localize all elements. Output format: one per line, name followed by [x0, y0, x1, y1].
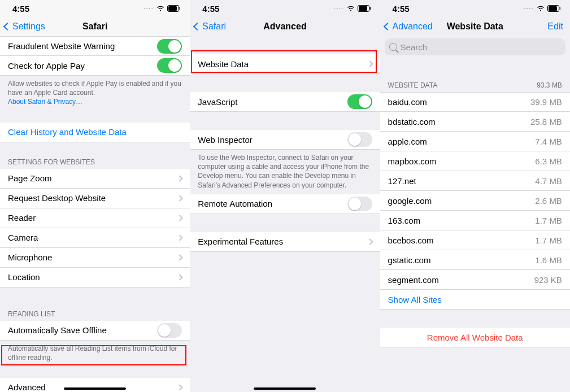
row-label: Website Data [198, 59, 363, 69]
site-name: segment.com [388, 275, 530, 285]
site-name: gstatic.com [388, 255, 531, 265]
row-request-desktop[interactable]: Request Desktop Website [0, 189, 190, 208]
search-input[interactable]: Search [385, 38, 565, 55]
row-auto-save-offline[interactable]: Automatically Save Offline [0, 321, 190, 341]
site-row[interactable]: apple.com7.4 MB [380, 132, 570, 151]
status-bar: 4:55 .... [190, 0, 380, 17]
row-label: Experimental Features [198, 237, 363, 246]
site-name: 163.com [388, 216, 531, 225]
site-size: 25.8 MB [530, 117, 562, 127]
status-time: 4:55 [202, 4, 219, 14]
search-icon [389, 43, 397, 51]
site-row[interactable]: segment.com923 KB [380, 270, 570, 290]
screen-safari-settings: 4:55 .... Settings Safari Fraudulent Web… [0, 0, 190, 392]
chevron-right-icon [177, 384, 183, 390]
site-size: 923 KB [534, 275, 562, 285]
row-label: Clear History and Website Data [8, 127, 182, 137]
svg-rect-1 [168, 6, 177, 11]
row-label: Location [8, 272, 173, 282]
nav-bar: Safari Advanced [190, 17, 380, 36]
row-javascript[interactable]: JavaScript [190, 92, 380, 112]
row-web-inspector[interactable]: Web Inspector [190, 130, 380, 150]
status-icons: .... [333, 5, 371, 12]
site-row[interactable]: 163.com1.7 MB [380, 211, 570, 230]
row-remove-all[interactable]: Remove All Website Data [380, 328, 570, 347]
row-clear-history[interactable]: Clear History and Website Data [0, 123, 190, 142]
chevron-right-icon [177, 274, 183, 280]
row-check-applepay[interactable]: Check for Apple Pay [0, 56, 190, 76]
row-page-zoom[interactable]: Page Zoom [0, 169, 190, 189]
svg-rect-2 [180, 7, 181, 10]
chevron-left-icon [385, 21, 391, 32]
page-title: Website Data [447, 21, 503, 32]
row-location[interactable]: Location [0, 268, 190, 288]
site-row[interactable]: baidu.com39.9 MB [380, 92, 570, 112]
site-row[interactable]: bdstatic.com25.8 MB [380, 112, 570, 132]
header-settings-websites: SETTINGS FOR WEBSITES [0, 154, 190, 169]
toggle-applepay[interactable] [157, 58, 182, 73]
row-microphone[interactable]: Microphone [0, 248, 190, 268]
chevron-right-icon [367, 60, 373, 67]
site-row[interactable]: bcebos.com1.7 MB [380, 230, 570, 250]
toggle-fraudulent[interactable] [157, 39, 182, 54]
chevron-left-icon [5, 21, 11, 32]
chevron-right-icon [367, 238, 373, 245]
site-size: 2.6 MB [535, 196, 562, 206]
battery-icon [358, 5, 371, 12]
about-safari-privacy-link[interactable]: About Safari & Privacy… [8, 97, 182, 106]
screen-advanced: 4:55 .... Safari Advanced Website Data J… [190, 0, 380, 392]
chevron-right-icon [177, 195, 183, 201]
chevron-right-icon [177, 254, 183, 260]
row-label: Request Desktop Website [8, 193, 173, 203]
toggle-auto-save[interactable] [157, 323, 182, 338]
row-reader[interactable]: Reader [0, 208, 190, 228]
content: Fraudulent Website Warning Check for App… [0, 36, 190, 392]
search-placeholder: Search [401, 42, 428, 52]
header-label: WEBSITE DATA [388, 81, 438, 89]
row-label: Remote Automation [198, 199, 347, 208]
footer-applepay: Allow websites to check if Apple Pay is … [0, 76, 190, 111]
row-fraudulent-warning[interactable]: Fraudulent Website Warning [0, 36, 190, 56]
row-label: Show All Sites [388, 295, 562, 304]
row-label: Reader [8, 213, 173, 223]
row-label: JavaScript [198, 97, 347, 107]
site-name: bcebos.com [388, 236, 531, 245]
row-label: Fraudulent Website Warning [8, 41, 157, 51]
row-remote-automation[interactable]: Remote Automation [190, 194, 380, 214]
chevron-right-icon [177, 175, 183, 181]
site-size: 4.7 MB [535, 176, 562, 186]
site-row[interactable]: 127.net4.7 MB [380, 171, 570, 191]
toggle-web-inspector[interactable] [347, 132, 372, 147]
site-row[interactable]: google.com2.6 MB [380, 191, 570, 211]
header-total: 93.3 MB [537, 81, 562, 89]
status-bar: 4:55 .... [0, 0, 190, 17]
back-label: Settings [12, 21, 45, 32]
status-time: 4:55 [12, 4, 29, 14]
back-button[interactable]: Advanced [385, 21, 433, 32]
site-name: mapbox.com [388, 156, 531, 166]
row-show-all-sites[interactable]: Show All Sites [380, 290, 570, 310]
svg-rect-4 [359, 6, 367, 11]
battery-icon [547, 5, 561, 12]
status-time: 4:55 [393, 4, 410, 14]
site-row[interactable]: mapbox.com6.3 MB [380, 151, 570, 171]
status-icons: .... [143, 5, 181, 12]
battery-icon [167, 5, 181, 12]
row-advanced[interactable]: Advanced [0, 378, 190, 392]
site-size: 1.6 MB [535, 255, 562, 265]
row-camera[interactable]: Camera [0, 228, 190, 248]
site-name: bdstatic.com [388, 117, 526, 127]
status-icons: .... [524, 5, 561, 12]
chevron-right-icon [177, 215, 183, 221]
toggle-remote-automation[interactable] [347, 197, 372, 211]
back-button[interactable]: Settings [5, 21, 45, 32]
toggle-javascript[interactable] [347, 94, 372, 109]
site-row[interactable]: gstatic.com1.6 MB [380, 250, 570, 270]
row-experimental-features[interactable]: Experimental Features [190, 232, 380, 252]
edit-button[interactable]: Edit [547, 21, 563, 32]
back-button[interactable]: Safari [194, 21, 226, 32]
nav-bar: Advanced Website Data Edit [380, 17, 570, 36]
header-website-data: WEBSITE DATA 93.3 MB [380, 77, 570, 92]
search-wrap: Search [380, 36, 570, 59]
row-website-data[interactable]: Website Data [190, 54, 380, 74]
